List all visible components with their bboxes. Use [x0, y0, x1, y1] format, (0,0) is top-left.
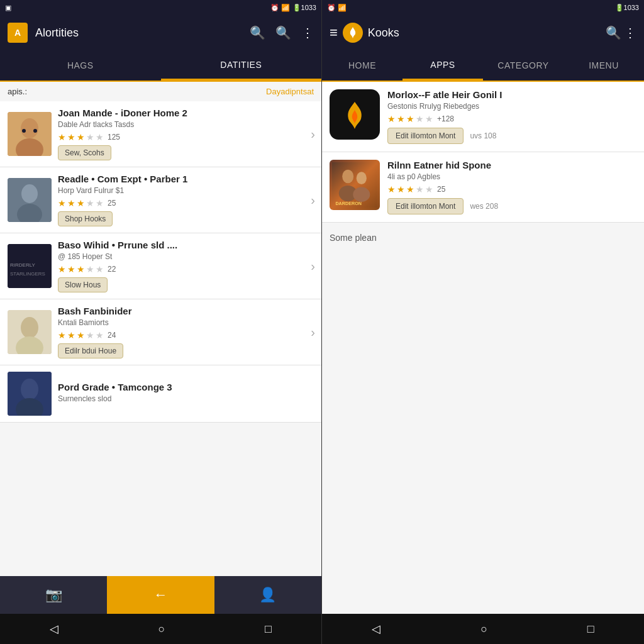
back-arrow-icon: ← — [153, 587, 167, 603]
item4-button[interactable]: Edilr bdui Houe — [58, 343, 123, 358]
item2-rating: 25 — [108, 199, 116, 208]
left-status-right: ⏰ 📶 🔋 1033 — [161, 0, 322, 15]
item3-button[interactable]: Slow Hous — [58, 277, 108, 292]
list-item[interactable]: Pord Grade • Tamconge 3 Surnencles slod — [0, 365, 321, 423]
item2-info: Readle • Com Expt • Parber 1 Horp Vard F… — [52, 174, 314, 226]
svg-text:RIRDERLY: RIRDERLY — [10, 262, 36, 268]
app2-icon: DARDERON — [330, 160, 380, 210]
hamburger-icon[interactable]: ≡ — [330, 25, 338, 41]
app1-rating: +128 — [437, 114, 454, 123]
left-tab-hags[interactable]: Hags — [0, 50, 161, 80]
list-item[interactable]: Joan Mande - iDoner Home 2 Dable Adr tla… — [0, 101, 321, 167]
right-home-btn[interactable]: ○ — [468, 618, 500, 641]
item2-button[interactable]: Shop Hooks — [58, 211, 113, 226]
item3-stars: ★ ★ ★ ★ ★ 22 — [58, 264, 308, 274]
right-tab-category[interactable]: Category — [483, 50, 564, 80]
item4-info: Bash Fanbinider Kntali Bamiorts ★ ★ ★ ★ … — [52, 306, 314, 358]
left-nav-profile[interactable]: 👤 — [214, 576, 321, 614]
right-tab-home[interactable]: Home — [322, 50, 402, 80]
item5-info: Pord Grade • Tamconge 3 Surnencles slod — [52, 382, 314, 406]
right-app-title: Kooks — [368, 26, 601, 40]
right-header-icons: 🔍 ⋮ — [606, 25, 636, 40]
left-nav-back[interactable]: ← — [107, 576, 214, 614]
left-app-header: A Alortities 🔍 🔍 ⋮ — [0, 15, 321, 50]
right-recents-btn[interactable]: □ — [575, 618, 607, 641]
right-tabs-bar: Home Apps Category Imenu — [322, 50, 644, 82]
left-section-link[interactable]: Dayadipntsat — [266, 87, 314, 96]
item2-stars: ★ ★ ★ ★ ★ 25 — [58, 198, 308, 208]
app2-actions: Edit illomton Mont wes 208 — [387, 198, 636, 214]
svg-point-6 — [21, 184, 38, 203]
item3-thumb: RIRDERLY STARLINGERS — [8, 244, 52, 288]
right-content-spacer — [322, 253, 644, 614]
item5-subtitle: Surnencles slod — [58, 394, 308, 403]
right-more-icon[interactable]: ⋮ — [624, 26, 636, 40]
left-status-icon: ▣ — [5, 4, 11, 12]
app2-title: Rilnn Eatner hid Spone — [387, 160, 636, 170]
camera-icon: 📷 — [45, 587, 62, 603]
left-more-icon[interactable]: ⋮ — [301, 25, 314, 40]
svg-point-15 — [21, 379, 38, 400]
app1-title: Morlox--F atle Heir Gonil I — [387, 89, 636, 100]
left-search-icon[interactable]: 🔍 — [250, 25, 265, 40]
app1-subtitle: Gestonis Rrulyg Riebedges — [387, 102, 636, 111]
app2-rating: 25 — [437, 185, 445, 194]
app1-info: Morlox--F atle Heir Gonil I Gestonis Rru… — [387, 89, 636, 144]
profile-icon: 👤 — [259, 587, 276, 603]
item1-button[interactable]: Sew, Scohs — [58, 145, 111, 160]
left-header-icons: 🔍 🔍 ⋮ — [250, 25, 314, 40]
app-card-1[interactable]: Morlox--F atle Heir Gonil I Gestonis Rru… — [322, 82, 644, 152]
app1-stars: ★ ★ ★ ★ ★ +128 — [387, 114, 636, 124]
app1-edit-btn[interactable]: Edit illomton Mont — [387, 128, 464, 144]
app1-actions: Edit illomton Mont uvs 108 — [387, 128, 636, 144]
item2-chevron: › — [311, 193, 315, 208]
left-status-icons: ⏰ 📶 🔋 — [270, 4, 301, 12]
left-nav-camera[interactable]: 📷 — [0, 576, 107, 614]
left-recents-btn[interactable]: □ — [252, 618, 284, 641]
right-tab-imenu[interactable]: Imenu — [564, 50, 644, 80]
right-status-left: ⏰ 📶 — [322, 0, 483, 15]
svg-point-20 — [342, 170, 353, 184]
item5-thumb — [8, 372, 52, 416]
svg-point-23 — [353, 187, 370, 202]
right-app-logo — [343, 23, 363, 43]
right-back-btn[interactable]: ◁ — [359, 617, 393, 641]
item4-subtitle: Kntali Bamiorts — [58, 318, 308, 327]
right-app-header: ≡ Kooks 🔍 ⋮ — [322, 15, 644, 50]
app2-edit-btn[interactable]: Edit illomton Mont — [387, 198, 464, 214]
item2-title: Readle • Com Expt • Parber 1 — [58, 174, 308, 184]
app-card-2[interactable]: DARDERON Rilnn Eatner hid Spone 4li as p… — [322, 152, 644, 223]
right-footer-text: Some plean — [322, 223, 644, 253]
right-search-icon[interactable]: 🔍 — [606, 26, 621, 40]
left-status-left: ▣ — [0, 0, 161, 15]
item2-thumb — [8, 178, 52, 222]
item4-chevron: › — [311, 325, 315, 340]
left-bottom-nav: 📷 ← 👤 — [0, 576, 321, 614]
svg-point-1 — [21, 118, 38, 138]
svg-text:DARDERON: DARDERON — [335, 201, 362, 206]
item2-subtitle: Horp Vard Fulrur $1 — [58, 186, 308, 195]
list-item[interactable]: Readle • Com Expt • Parber 1 Horp Vard F… — [0, 167, 321, 233]
item3-chevron: › — [311, 259, 315, 274]
svg-point-12 — [21, 317, 38, 338]
svg-point-22 — [357, 172, 367, 184]
item1-chevron: › — [311, 127, 315, 142]
left-back-btn[interactable]: ◁ — [37, 617, 71, 641]
left-section-text: apis.: — [8, 87, 27, 96]
item4-stars: ★ ★ ★ ★ ★ 24 — [58, 330, 308, 340]
left-tabs-bar: Hags Datities — [0, 50, 321, 82]
svg-text:STARLINGERS: STARLINGERS — [10, 271, 45, 277]
left-tab-datities[interactable]: Datities — [161, 50, 322, 80]
item3-info: Baso Wihid • Prrune sld .... @ 185 Hoper… — [52, 240, 314, 292]
list-item[interactable]: RIRDERLY STARLINGERS Baso Wihid • Prrune… — [0, 233, 321, 299]
item1-title: Joan Mande - iDoner Home 2 — [58, 108, 308, 118]
list-item[interactable]: Bash Fanbinider Kntali Bamiorts ★ ★ ★ ★ … — [0, 299, 321, 365]
right-tab-apps[interactable]: Apps — [402, 50, 483, 80]
left-home-btn[interactable]: ○ — [146, 618, 178, 641]
left-phone: ▣ ⏰ 📶 🔋 1033 A Alortities 🔍 🔍 ⋮ Hags Dat… — [0, 0, 322, 644]
item5-title: Pord Grade • Tamconge 3 — [58, 382, 308, 392]
right-time: 1033 — [624, 4, 639, 11]
app2-version: wes 208 — [470, 202, 498, 211]
item1-stars: ★ ★ ★ ★ ★ 125 — [58, 132, 308, 142]
left-search2-icon[interactable]: 🔍 — [275, 25, 291, 40]
